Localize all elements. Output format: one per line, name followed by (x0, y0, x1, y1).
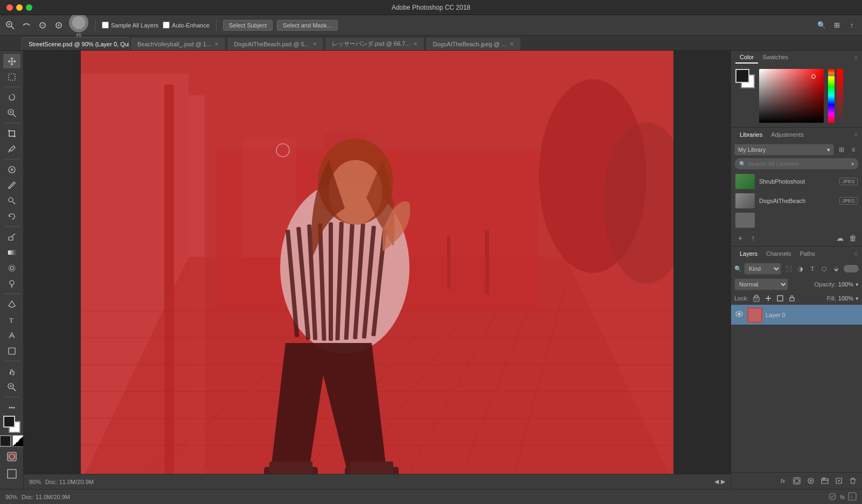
new-fill-adjustment-button[interactable] (805, 475, 817, 487)
fg-bg-swatches[interactable] (735, 69, 755, 88)
status-arrow-left[interactable]: ◀ (714, 478, 719, 485)
delete-layer-button[interactable] (847, 475, 859, 487)
move-tool[interactable] (3, 54, 20, 68)
layer-item-0[interactable]: Layer 0 (731, 305, 862, 325)
status-arrow-right[interactable]: ▶ (721, 478, 725, 485)
adjustment-filter-icon[interactable]: ◑ (795, 263, 806, 274)
select-subject-button[interactable]: Select Subject (223, 20, 273, 31)
fill-value[interactable]: 100% (838, 295, 853, 302)
status-info-icon[interactable]: i (848, 492, 857, 502)
hue-cursor[interactable] (828, 74, 835, 76)
opacity-value[interactable]: 100% (838, 281, 853, 288)
pixel-filter-icon[interactable]: ⬛ (783, 263, 794, 274)
libraries-tab[interactable]: Libraries (735, 129, 767, 141)
add-library-item-button[interactable]: + (734, 232, 746, 244)
fg-bg-color-picker[interactable] (3, 416, 20, 433)
status-fx-icon[interactable]: fx (840, 494, 845, 500)
close-button[interactable] (6, 4, 13, 11)
filter-kind-select[interactable]: Kind (744, 263, 781, 275)
canvas-container[interactable] (24, 51, 731, 474)
gradient-tool[interactable] (3, 245, 20, 260)
text-tool[interactable]: T (3, 312, 20, 327)
lock-pixels-icon[interactable] (752, 293, 761, 303)
tab-2[interactable]: DogsAtTheBeach.psd @ 5... ✕ (227, 37, 324, 50)
library-item-1[interactable]: DogsAtTheBeach JPEG (731, 191, 862, 211)
swatches-tab[interactable]: Swatches (758, 52, 793, 64)
upload-library-button[interactable]: ↑ (747, 232, 759, 244)
fill-chevron[interactable]: ▾ (856, 295, 859, 302)
sample-all-layers-group[interactable]: Sample All Layers (102, 22, 158, 29)
new-layer-button[interactable] (833, 475, 845, 487)
lasso-tool[interactable] (3, 90, 20, 104)
quick-mask-bg[interactable] (12, 435, 24, 447)
maximize-button[interactable] (26, 4, 32, 11)
eyedropper-tool[interactable] (3, 142, 20, 156)
lock-artboard-icon[interactable] (775, 293, 785, 303)
text-filter-icon[interactable]: T (807, 263, 818, 274)
search-icon[interactable]: 🔍 (816, 19, 828, 31)
shape-tool[interactable] (3, 344, 20, 358)
paths-tab[interactable]: Paths (796, 248, 819, 260)
blend-mode-select[interactable]: Normal (734, 278, 788, 290)
zoom-tool[interactable] (3, 380, 20, 394)
color-spectrum[interactable] (759, 69, 824, 123)
extra-tools[interactable] (3, 400, 20, 415)
foreground-color[interactable] (735, 69, 749, 83)
library-item-2[interactable] (731, 211, 862, 230)
panels-icon[interactable]: ⊞ (831, 19, 843, 31)
tab-4[interactable]: DogsAtTheBeach.jpeg @ ... ✕ (426, 37, 521, 50)
adjustments-tab[interactable]: Adjustments (767, 129, 808, 141)
add-mask-button[interactable] (791, 475, 803, 487)
color-tab[interactable]: Color (735, 52, 758, 64)
path-selection-tool[interactable] (3, 328, 20, 342)
tab-1-close[interactable]: ✕ (214, 41, 219, 47)
tab-3-close[interactable]: ✕ (413, 41, 418, 47)
library-dropdown[interactable]: My Library ▾ (734, 144, 834, 156)
quick-selection-tool[interactable] (3, 106, 20, 120)
search-expand-icon[interactable]: ▾ (851, 161, 854, 167)
crop-tool[interactable] (3, 126, 20, 141)
healing-brush-tool[interactable] (3, 162, 20, 177)
auto-enhance-group[interactable]: Auto-Enhance (163, 22, 210, 29)
status-proofing-icon[interactable] (828, 492, 837, 502)
tab-4-close[interactable]: ✕ (510, 41, 514, 47)
new-group-button[interactable] (819, 475, 831, 487)
minimize-button[interactable] (16, 4, 23, 11)
rectangular-marquee-tool[interactable] (3, 69, 20, 84)
tab-2-close[interactable]: ✕ (312, 41, 317, 47)
eraser-tool[interactable] (3, 229, 20, 244)
cloud-icon[interactable]: ☁ (834, 232, 846, 244)
sample-all-layers-checkbox[interactable] (102, 22, 109, 29)
library-item-0[interactable]: ShrubPhotoshoot JPEG (731, 172, 862, 191)
clone-stamp-tool[interactable] (3, 193, 20, 208)
quick-mask-foreground[interactable] (0, 435, 11, 447)
hue-strip[interactable] (828, 69, 835, 123)
tab-0[interactable]: StreetScene.psd @ 90% (Layer 0, Quick Ma… (22, 37, 129, 50)
tool-icon-2[interactable] (37, 19, 48, 31)
dodge-tool[interactable] (3, 276, 20, 291)
alpha-strip[interactable] (837, 69, 843, 123)
grid-view-button[interactable]: ⊞ (836, 144, 847, 155)
foreground-color-swatch[interactable] (3, 416, 15, 428)
tool-icon-1[interactable] (20, 19, 32, 31)
opacity-chevron[interactable]: ▾ (856, 281, 859, 288)
auto-enhance-checkbox[interactable] (163, 22, 170, 29)
lock-all-icon[interactable] (787, 293, 797, 303)
select-mask-button[interactable]: Select and Mask... (277, 20, 338, 31)
share-icon[interactable]: ↑ (846, 19, 858, 31)
layers-tab[interactable]: Layers (735, 248, 762, 260)
hand-tool[interactable] (3, 364, 20, 379)
channels-tab[interactable]: Channels (762, 248, 795, 260)
list-view-button[interactable]: ≡ (848, 144, 859, 155)
tab-1[interactable]: BeachVolleyball_.psd @ 1... ✕ (130, 37, 226, 50)
blur-tool[interactable] (3, 261, 20, 275)
shape-filter-icon[interactable]: ⬡ (819, 263, 830, 274)
library-search[interactable]: 🔍 ▾ (734, 158, 859, 170)
pen-tool[interactable] (3, 297, 20, 311)
brush-preview[interactable]: 45 (69, 13, 88, 38)
layer-fx-button[interactable]: fx (777, 475, 789, 487)
library-search-input[interactable] (748, 160, 849, 167)
change-screen-mode[interactable] (3, 466, 20, 481)
layer-0-visibility[interactable] (734, 310, 744, 319)
quick-selection-tool-icon[interactable] (4, 19, 16, 31)
